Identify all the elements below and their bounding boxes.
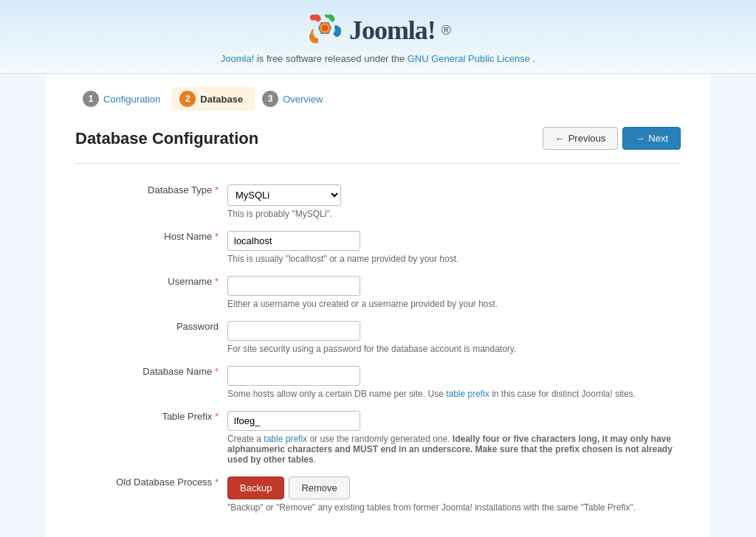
- row-username: Username * Either a username you created…: [75, 270, 681, 315]
- top-prev-label: Previous: [568, 133, 606, 144]
- select-wrapper-db-type: MySQLi MySQL PostgreSQL SQLite: [227, 184, 676, 206]
- step-database[interactable]: 2 Database: [172, 87, 255, 111]
- row-host-name: Host Name * This is usually "localhost" …: [75, 225, 681, 270]
- top-btn-group: ← Previous → Next: [543, 127, 681, 150]
- steps-bar: 1 Configuration 2 Database 3 Overview: [75, 74, 681, 119]
- input-cell-password: For site security using a password for t…: [223, 315, 681, 360]
- row-database-type: Database Type * MySQLi MySQL PostgreSQL …: [75, 179, 681, 225]
- label-database-type: Database Type *: [75, 179, 223, 225]
- logo-sup: ®: [441, 23, 451, 38]
- row-database-name: Database Name * Some hosts allow only a …: [75, 360, 681, 405]
- row-table-prefix: Table Prefix * Create a table prefix or …: [75, 405, 681, 471]
- label-database-name: Database Name *: [75, 360, 223, 405]
- step-label-database: Database: [200, 94, 243, 105]
- row-old-database: Old Database Process * Backup Remove "Ba…: [75, 471, 681, 519]
- step-configuration[interactable]: 1 Configuration: [75, 87, 172, 111]
- hint-database-type: This is probably "MySQLi".: [227, 209, 676, 219]
- database-type-select[interactable]: MySQLi MySQL PostgreSQL SQLite: [227, 184, 341, 206]
- page-header: Database Configuration ← Previous → Next: [75, 119, 681, 164]
- tagline: Joomla! is free software released under …: [0, 53, 756, 64]
- remove-button[interactable]: Remove: [289, 477, 349, 499]
- input-cell-host-name: This is usually "localhost" or a name pr…: [223, 225, 681, 270]
- input-cell-database-name: Some hosts allow only a certain DB name …: [223, 360, 681, 405]
- backup-button[interactable]: Backup: [227, 477, 284, 499]
- table-prefix-hint-link[interactable]: table prefix: [264, 434, 307, 444]
- next-arrow-icon: →: [635, 133, 645, 144]
- input-cell-username: Either a username you created or a usern…: [223, 270, 681, 315]
- joomla-logo: Joomla!®: [0, 13, 756, 47]
- step-num-2: 2: [179, 91, 196, 107]
- svg-point-1: [322, 25, 328, 31]
- table-prefix-link[interactable]: table prefix: [446, 389, 489, 399]
- hint-username: Either a username you created or a usern…: [227, 299, 676, 309]
- joomla-icon: [305, 13, 343, 47]
- label-host-name: Host Name *: [75, 225, 223, 270]
- step-overview[interactable]: 3 Overview: [255, 87, 334, 111]
- table-prefix-input[interactable]: [227, 411, 360, 431]
- label-password: Password: [75, 315, 223, 360]
- old-db-buttons: Backup Remove: [227, 477, 676, 499]
- logo-title: Joomla!: [349, 15, 436, 46]
- row-password: Password For site security using a passw…: [75, 315, 681, 360]
- input-cell-old-database: Backup Remove "Backup" or "Remove" any e…: [223, 471, 681, 519]
- prev-arrow-icon: ←: [555, 133, 565, 144]
- top-next-label: Next: [648, 133, 668, 144]
- page-title: Database Configuration: [75, 129, 258, 148]
- hint-old-database: "Backup" or "Remove" any existing tables…: [227, 502, 676, 513]
- input-cell-table-prefix: Create a table prefix or use the randoml…: [223, 405, 681, 471]
- database-name-input[interactable]: [227, 366, 360, 386]
- gpl-link[interactable]: GNU General Public License: [408, 53, 530, 64]
- step-num-3: 3: [262, 91, 278, 107]
- label-old-database: Old Database Process *: [75, 471, 223, 519]
- hint-table-prefix: Create a table prefix or use the randoml…: [227, 434, 676, 465]
- hint-database-name: Some hosts allow only a certain DB name …: [227, 389, 676, 399]
- main-content: 1 Configuration 2 Database 3 Overview Da…: [46, 74, 710, 537]
- top-bar: Joomla!® Joomla! is free software releas…: [0, 0, 756, 74]
- joomla-link[interactable]: Joomla!: [221, 53, 255, 64]
- username-input[interactable]: [227, 276, 360, 296]
- hint-host-name: This is usually "localhost" or a name pr…: [227, 254, 676, 264]
- step-num-1: 1: [83, 91, 99, 107]
- top-next-button[interactable]: → Next: [622, 127, 681, 150]
- password-input[interactable]: [227, 321, 360, 341]
- bottom-btn-group: ← Previous → Next: [75, 526, 681, 537]
- step-label-overview: Overview: [283, 94, 323, 105]
- label-username: Username *: [75, 270, 223, 315]
- host-name-input[interactable]: [227, 231, 360, 251]
- top-prev-button[interactable]: ← Previous: [543, 127, 619, 150]
- label-table-prefix: Table Prefix *: [75, 405, 223, 471]
- step-label-configuration: Configuration: [103, 94, 160, 105]
- form-table: Database Type * MySQLi MySQL PostgreSQL …: [75, 179, 681, 519]
- input-cell-database-type: MySQLi MySQL PostgreSQL SQLite This is p…: [223, 179, 681, 225]
- hint-password: For site security using a password for t…: [227, 344, 676, 354]
